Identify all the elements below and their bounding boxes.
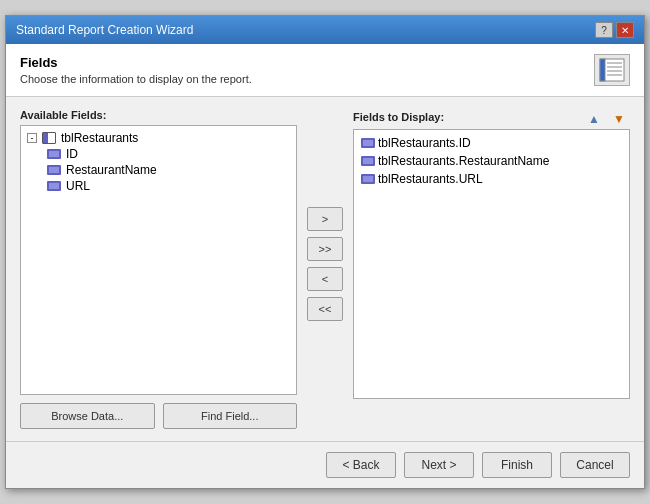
tree-child-url[interactable]: URL bbox=[45, 178, 292, 194]
title-bar-buttons: ? ✕ bbox=[595, 22, 634, 38]
available-fields-tree[interactable]: - tblRestaurants ID RestaurantName bbox=[20, 125, 297, 395]
find-field-button[interactable]: Find Field... bbox=[163, 403, 298, 429]
display-field-restaurantname[interactable]: tblRestaurants.RestaurantName bbox=[358, 152, 625, 170]
sort-up-button[interactable]: ▲ bbox=[583, 109, 605, 129]
display-field-url[interactable]: tblRestaurants.URL bbox=[358, 170, 625, 188]
dialog: Standard Report Creation Wizard ? ✕ Fiel… bbox=[5, 15, 645, 489]
field-label-restaurantname: RestaurantName bbox=[66, 163, 157, 177]
root-node-label: tblRestaurants bbox=[61, 131, 138, 145]
expand-icon[interactable]: - bbox=[27, 133, 37, 143]
move-one-button[interactable]: > bbox=[307, 207, 343, 231]
back-button[interactable]: < Back bbox=[326, 452, 396, 478]
display-field-icon-url bbox=[361, 174, 375, 184]
sort-arrows: ▲ ▼ bbox=[583, 109, 630, 129]
display-field-icon-restaurantname bbox=[361, 156, 375, 166]
cancel-button[interactable]: Cancel bbox=[560, 452, 630, 478]
available-fields-label: Available Fields: bbox=[20, 109, 297, 121]
main-content: Available Fields: - tblRestaurants ID Re… bbox=[6, 97, 644, 441]
footer: < Back Next > Finish Cancel bbox=[6, 441, 644, 488]
display-field-label-restaurantname: tblRestaurants.RestaurantName bbox=[378, 154, 549, 168]
field-icon-id bbox=[47, 149, 61, 159]
close-button[interactable]: ✕ bbox=[616, 22, 634, 38]
report-svg-icon bbox=[598, 58, 626, 82]
title-bar: Standard Report Creation Wizard ? ✕ bbox=[6, 16, 644, 44]
display-field-id[interactable]: tblRestaurants.ID bbox=[358, 134, 625, 152]
left-panel: Available Fields: - tblRestaurants ID Re… bbox=[20, 109, 297, 429]
fields-area: Available Fields: - tblRestaurants ID Re… bbox=[20, 109, 630, 429]
table-icon bbox=[42, 132, 56, 144]
right-panel: Fields to Display: ▲ ▼ tblRestaurants.ID… bbox=[353, 109, 630, 399]
help-button[interactable]: ? bbox=[595, 22, 613, 38]
header-title: Fields bbox=[20, 55, 252, 70]
right-panel-header: Fields to Display: ▲ ▼ bbox=[353, 109, 630, 129]
tree-root-item[interactable]: - tblRestaurants bbox=[25, 130, 292, 146]
field-label-url: URL bbox=[66, 179, 90, 193]
finish-button[interactable]: Finish bbox=[482, 452, 552, 478]
field-icon-restaurantname bbox=[47, 165, 61, 175]
display-field-icon-id bbox=[361, 138, 375, 148]
remove-all-button[interactable]: << bbox=[307, 297, 343, 321]
field-label-id: ID bbox=[66, 147, 78, 161]
svg-rect-1 bbox=[600, 59, 605, 81]
remove-one-button[interactable]: < bbox=[307, 267, 343, 291]
header-text: Fields Choose the information to display… bbox=[20, 55, 252, 85]
display-field-label-url: tblRestaurants.URL bbox=[378, 172, 483, 186]
bottom-left-buttons: Browse Data... Find Field... bbox=[20, 403, 297, 429]
next-button[interactable]: Next > bbox=[404, 452, 474, 478]
fields-to-display-list[interactable]: tblRestaurants.ID tblRestaurants.Restaur… bbox=[353, 129, 630, 399]
display-field-label-id: tblRestaurants.ID bbox=[378, 136, 471, 150]
field-icon-url bbox=[47, 181, 61, 191]
fields-to-display-label: Fields to Display: bbox=[353, 111, 444, 123]
browse-data-button[interactable]: Browse Data... bbox=[20, 403, 155, 429]
header-section: Fields Choose the information to display… bbox=[6, 44, 644, 97]
dialog-title: Standard Report Creation Wizard bbox=[16, 23, 193, 37]
tree-child-restaurantname[interactable]: RestaurantName bbox=[45, 162, 292, 178]
sort-down-button[interactable]: ▼ bbox=[608, 109, 630, 129]
header-subtitle: Choose the information to display on the… bbox=[20, 73, 252, 85]
move-all-button[interactable]: >> bbox=[307, 237, 343, 261]
report-icon bbox=[594, 54, 630, 86]
middle-buttons: > >> < << bbox=[297, 129, 353, 399]
tree-child-id[interactable]: ID bbox=[45, 146, 292, 162]
